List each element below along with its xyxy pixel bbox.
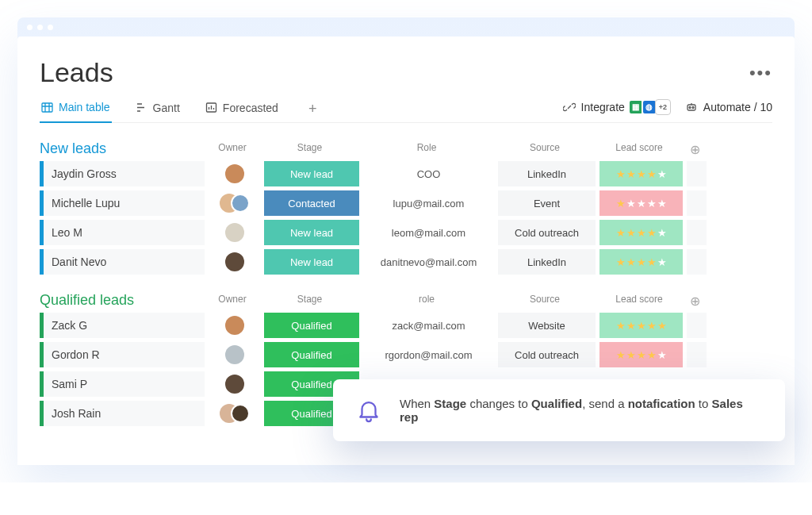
lead-name-cell[interactable]: Leo M [40,220,205,245]
add-column-button[interactable]: ⊕ [683,294,707,309]
view-tab-main-table[interactable]: Main table [40,96,112,123]
role-cell[interactable]: rgordon@mail.com [363,342,494,367]
table-icon [41,102,53,113]
table-row[interactable]: Gordon RQualifiedrgordon@mail.comCold ou… [40,342,772,367]
star-icon: ★ [657,321,667,331]
owner-cell[interactable] [209,371,260,397]
owner-cell[interactable] [209,190,260,216]
column-header[interactable]: Stage [260,142,359,157]
table-row[interactable]: Michelle LupuContactedlupu@mail.comEvent… [40,190,772,216]
owner-cell[interactable] [209,342,260,367]
integrate-button[interactable]: Integrate ▦ ◍ +2 [563,99,671,115]
column-header[interactable]: Role [359,142,494,157]
stage-cell[interactable]: Contacted [264,190,359,216]
role-cell[interactable]: zack@mail.com [363,313,494,338]
stage-cell[interactable]: Qualified [264,342,359,367]
svg-point-3 [689,106,691,108]
lead-name-cell[interactable]: Josh Rain [40,401,205,426]
svg-point-4 [692,106,694,108]
lead-score-cell[interactable]: ★★★★★ [599,190,683,216]
star-icon: ★ [637,169,646,179]
lead-score-cell[interactable]: ★★★★★ [599,161,683,186]
lead-name-cell[interactable]: Sami P [40,371,205,397]
empty-cell [687,249,707,275]
chart-icon [205,102,217,113]
group-title[interactable]: Qualified leads [40,292,205,309]
column-header[interactable]: Stage [260,294,359,309]
column-header[interactable]: Owner [205,142,260,157]
integrate-chips: ▦ ◍ +2 [630,99,671,115]
gantt-icon [136,102,147,113]
automate-label: Automate / 10 [703,101,772,113]
star-icon: ★ [637,228,646,238]
source-cell[interactable]: Cold outreach [498,220,596,245]
owner-cell[interactable] [209,313,260,338]
add-view-button[interactable]: + [302,101,324,117]
stage-cell[interactable]: New lead [264,220,359,245]
table-row[interactable]: Leo MNew leadleom@mail.comCold outreach★… [40,220,772,245]
role-cell[interactable]: lupu@mail.com [363,190,494,216]
star-icon: ★ [616,350,626,360]
avatar [231,404,250,423]
column-header[interactable]: Lead score [596,142,683,157]
lead-name-cell[interactable]: Michelle Lupu [40,190,205,216]
table-row[interactable]: Danit NevoNew leaddanitnevo@mail.comLink… [40,249,772,275]
column-header[interactable]: Source [494,294,596,309]
stage-cell[interactable]: Qualified [264,313,359,338]
star-icon: ★ [616,257,626,267]
star-icon: ★ [637,321,646,331]
integrate-icon [563,101,576,113]
automate-button[interactable]: Automate / 10 [685,101,772,113]
star-icon: ★ [616,198,626,209]
view-bar: Main tableGanttForecasted+ Integrate ▦ ◍… [40,96,772,123]
column-header[interactable]: Owner [205,294,260,309]
role-cell[interactable]: COO [363,161,494,186]
source-cell[interactable]: Website [498,313,596,338]
owner-cell[interactable] [209,249,260,275]
source-cell[interactable]: Cold outreach [498,342,596,367]
page-title: Leads [40,57,113,88]
lead-score-cell[interactable]: ★★★★★ [599,249,683,275]
role-cell[interactable]: danitnevo@mail.com [363,249,494,275]
board-menu-button[interactable]: ••• [749,63,772,83]
source-cell[interactable]: Event [498,190,596,216]
owner-cell[interactable] [209,401,260,426]
view-tab-forecasted[interactable]: Forecasted [204,97,280,122]
window-chrome [17,17,795,37]
source-cell[interactable]: LinkedIn [498,161,596,186]
add-column-button[interactable]: ⊕ [683,142,707,157]
owner-cell[interactable] [209,220,260,245]
star-icon: ★ [647,228,657,238]
column-header[interactable]: Source [494,142,596,157]
column-header[interactable]: Lead score [596,294,683,309]
table-row[interactable]: Jaydin GrossNew leadCOOLinkedIn★★★★★ [40,161,772,186]
view-tab-label: Gantt [153,102,180,114]
stage-cell[interactable]: New lead [264,249,359,275]
star-icon: ★ [626,169,636,179]
chrome-dot [48,25,53,30]
lead-score-cell[interactable]: ★★★★★ [599,220,683,245]
app-shell: Leads ••• Main tableGanttForecasted+ Int… [17,17,795,465]
lead-score-cell[interactable]: ★★★★★ [599,342,683,367]
star-icon: ★ [637,257,646,267]
table-row[interactable]: Zack GQualifiedzack@mail.comWebsite★★★★★ [40,313,772,338]
lead-name-cell[interactable]: Gordon R [40,342,205,367]
avatar [225,223,244,242]
column-header[interactable]: role [359,294,494,309]
lead-score-cell[interactable]: ★★★★★ [599,313,683,338]
role-cell[interactable]: leom@mail.com [363,220,494,245]
stage-cell[interactable]: New lead [264,161,359,186]
source-cell[interactable]: LinkedIn [498,249,596,275]
star-icon: ★ [647,257,657,267]
lead-name-cell[interactable]: Zack G [40,313,205,338]
view-tab-label: Forecasted [223,102,278,114]
lead-name-cell[interactable]: Danit Nevo [40,249,205,275]
view-tab-gantt[interactable]: Gantt [134,97,182,122]
lead-name-cell[interactable]: Jaydin Gross [40,161,205,186]
group-title[interactable]: New leads [40,140,205,157]
svg-rect-0 [42,103,52,112]
star-icon: ★ [657,257,667,267]
automation-rule-text: When Stage changes to Qualified, send a … [400,397,763,424]
owner-cell[interactable] [209,161,260,186]
empty-cell [687,342,707,367]
